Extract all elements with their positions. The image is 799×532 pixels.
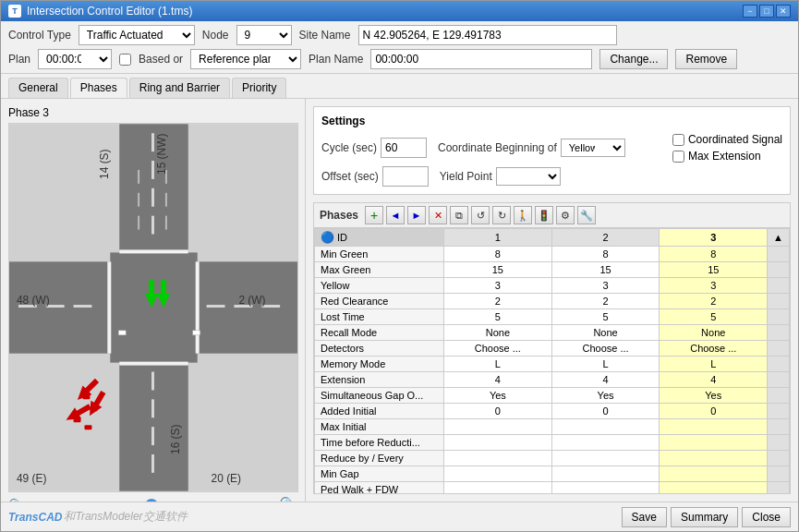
settings-section: Settings Cycle (sec) Coordinate Beginnin… <box>313 106 791 195</box>
site-name-input[interactable] <box>358 25 617 45</box>
cycle-input[interactable] <box>381 138 427 158</box>
cell-value[interactable] <box>660 451 768 466</box>
intersection-svg: 14 (S) 15 (NW) 2 (W) 16 (S) 20 (E) 48 (W… <box>9 124 297 491</box>
watermark-text: 和TransModeler交通软件 <box>64 509 187 525</box>
reference-plan-select[interactable]: Reference plan... <box>190 49 301 69</box>
cell-value[interactable]: Yes <box>660 388 768 404</box>
cell-value: 15 <box>444 262 552 278</box>
intersection-canvas: 14 (S) 15 (NW) 2 (W) 16 (S) 20 (E) 48 (W… <box>8 123 298 492</box>
save-button[interactable]: Save <box>622 507 667 527</box>
cell-value[interactable]: None <box>660 325 768 341</box>
coordinate-beginning-select[interactable]: Yellow <box>561 139 625 157</box>
col-header-3: 3 <box>660 229 768 247</box>
cell-value: 2 <box>551 294 660 309</box>
redo-button[interactable]: ↻ <box>492 206 511 224</box>
svg-rect-5 <box>110 252 197 362</box>
pedestrian-button[interactable]: 🚶 <box>514 206 532 224</box>
move-left-button[interactable]: ◄ <box>386 206 405 224</box>
plan-name-input[interactable] <box>370 49 592 69</box>
signal-button[interactable]: 🚦 <box>535 206 553 224</box>
cell-value[interactable]: L <box>660 357 768 372</box>
tools-button[interactable]: 🔧 <box>577 206 596 224</box>
add-phase-button[interactable]: + <box>365 206 383 224</box>
node-select[interactable]: 9 <box>236 25 292 45</box>
cell-value: Choose ... <box>444 341 552 357</box>
summary-button[interactable]: Summary <box>671 507 738 527</box>
cell-value[interactable] <box>660 466 768 482</box>
scroll-cell <box>768 278 790 294</box>
cell-value <box>444 451 552 466</box>
settings-title: Settings <box>321 115 782 127</box>
row-label: Max Initial <box>315 419 444 435</box>
maximize-button[interactable]: □ <box>759 5 774 18</box>
close-button[interactable]: ✕ <box>776 5 791 18</box>
cell-value[interactable]: 4 <box>660 372 768 388</box>
copy-phase-button[interactable]: ⧉ <box>450 206 468 224</box>
tab-priority[interactable]: Priority <box>232 78 286 98</box>
change-button[interactable]: Change... <box>599 49 668 69</box>
svg-rect-22 <box>107 261 111 353</box>
max-extension-checkbox[interactable] <box>672 151 684 163</box>
cell-value <box>444 435 552 451</box>
coordinate-beginning-label: Coordinate Beginning of <box>438 141 557 154</box>
cell-value[interactable] <box>660 435 768 451</box>
svg-rect-6 <box>151 133 154 151</box>
zoom-slider-thumb[interactable] <box>145 499 158 502</box>
cell-value: 3 <box>444 278 552 294</box>
close-bottom-button[interactable]: Close <box>742 507 791 527</box>
svg-rect-29 <box>165 216 167 230</box>
zoom-in-icon[interactable]: 🔍 <box>279 496 297 502</box>
cell-value[interactable]: Choose ... <box>660 341 768 357</box>
row-label: Red Clearance <box>315 294 444 309</box>
offset-input[interactable] <box>382 166 429 187</box>
cell-value[interactable]: 8 <box>660 247 768 262</box>
cell-value[interactable]: 3 <box>660 278 768 294</box>
main-window: T Intersection Control Editor (1.tms) − … <box>0 0 799 532</box>
cell-value: Yes <box>551 388 660 404</box>
cell-value: None <box>551 325 660 341</box>
delete-phase-button[interactable]: ✕ <box>429 206 447 224</box>
plan-select[interactable]: 00:00:00 <box>38 49 112 69</box>
table-row: Reduce by / Every <box>315 451 790 466</box>
table-row: Simultaneous Gap O...YesYesYes <box>315 388 790 404</box>
row-label: Extension <box>315 372 444 388</box>
based-or-checkbox[interactable] <box>119 54 131 66</box>
cell-value[interactable]: 0 <box>660 404 768 419</box>
scroll-cell <box>768 357 790 372</box>
tab-phases[interactable]: Phases <box>70 78 127 98</box>
tab-general[interactable]: General <box>8 78 68 98</box>
coordinated-signal-checkbox[interactable] <box>672 134 684 146</box>
control-type-select[interactable]: Traffic Actuated <box>79 25 195 45</box>
table-row: Memory ModeLLL <box>315 357 790 372</box>
zoom-out-icon[interactable]: 🔍 <box>8 498 24 502</box>
cell-value[interactable] <box>660 482 768 494</box>
svg-rect-25 <box>138 193 139 207</box>
col-header-2: 2 <box>551 229 660 247</box>
cell-value[interactable]: 2 <box>660 294 768 309</box>
undo-button[interactable]: ↺ <box>471 206 490 224</box>
remove-button[interactable]: Remove <box>675 49 737 69</box>
cell-value[interactable]: 15 <box>660 262 768 278</box>
yield-point-select[interactable] <box>496 167 561 186</box>
settings-row: Cycle (sec) Coordinate Beginning of Yell… <box>321 133 782 163</box>
cell-value: 15 <box>551 262 660 278</box>
tab-ring-barrier[interactable]: Ring and Barrier <box>129 78 230 98</box>
scroll-cell <box>768 435 790 451</box>
scroll-cell <box>768 325 790 341</box>
settings-button[interactable]: ⚙ <box>556 206 575 224</box>
scroll-cell <box>768 419 790 435</box>
scroll-cell <box>768 482 790 494</box>
svg-rect-10 <box>151 372 154 391</box>
table-row: Recall ModeNoneNoneNone <box>315 325 790 341</box>
cell-value[interactable]: 5 <box>660 309 768 325</box>
table-row: Max Initial <box>315 419 790 435</box>
minimize-button[interactable]: − <box>743 5 757 18</box>
cell-value <box>444 419 552 435</box>
cell-value[interactable] <box>660 419 768 435</box>
row-label: Added Initial <box>315 404 444 419</box>
move-right-button[interactable]: ► <box>407 206 426 224</box>
svg-rect-40 <box>118 331 126 335</box>
svg-rect-11 <box>151 399 154 417</box>
settings-right: Coordinated Signal Max Extension <box>672 133 782 163</box>
svg-text:15 (NW): 15 (NW) <box>155 134 168 175</box>
